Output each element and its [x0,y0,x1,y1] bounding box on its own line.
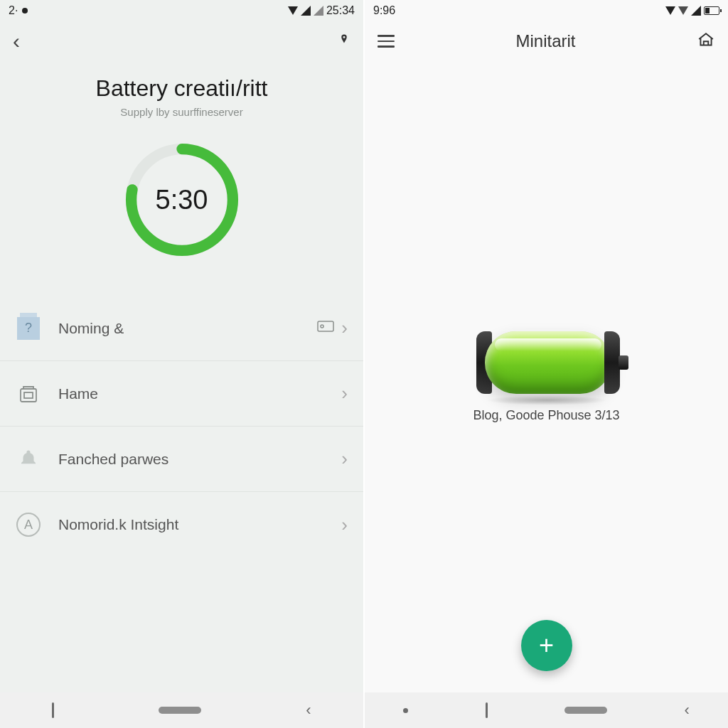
back-button[interactable]: ‹ [13,31,20,52]
add-fab-button[interactable]: + [521,620,572,671]
right-phone: 9:96 Minitarit Blog, [363,0,728,728]
header: Minitarit [365,21,728,61]
chevron-right-icon: › [341,448,348,470]
list-item[interactable]: Hame › [0,361,363,427]
list-item-label: Hame [58,385,341,402]
nav-recent-button[interactable] [403,708,408,713]
nav-home-button[interactable] [159,707,201,714]
page-title: Battery creatiı/ritt [0,75,363,102]
frame-icon [16,381,41,407]
list-item[interactable]: ? Noming & › [0,296,363,361]
plus-icon: + [539,631,554,660]
battery-illustration-area: Blog, Goode Phouse 3/13 [365,61,728,692]
list-item[interactable]: Fanched parwes › [0,427,363,492]
page-subtitle: Supply lby suurffineserver [0,106,363,118]
menu-list: ? Noming & › Hame › Fanched parwes › [0,296,363,557]
status-prefix: 2· [9,4,18,17]
status-dot-icon [22,8,28,14]
battery-icon [704,6,719,15]
letter-a-icon: A [16,513,41,537]
chevron-right-icon: › [341,317,348,339]
svg-point-3 [321,325,323,328]
cellular-icon [691,6,701,16]
card-icon [317,321,334,336]
page-title: Minitarit [515,31,575,51]
chevron-right-icon: › [341,514,348,536]
wifi-secondary-icon [678,6,688,15]
list-item[interactable]: A Nomorid.k Intsight › [0,492,363,557]
header: ‹ [0,21,363,61]
nav-back-button[interactable]: ‹ [684,701,689,719]
title-block: Battery creatiı/ritt Supply lby suurffin… [0,75,363,118]
status-bar: 9:96 [365,0,728,21]
status-time: 9:96 [373,4,395,17]
menu-button[interactable] [378,35,395,48]
bell-icon [16,446,41,472]
cellular-icon [301,6,311,16]
wifi-icon [665,6,675,15]
ring-value: 5:30 [122,139,242,260]
question-icon: ? [17,317,40,340]
nav-bar: ‹ [0,692,363,728]
status-time: 25:34 [326,4,355,17]
nav-extra-button[interactable] [486,702,488,718]
wifi-icon [288,6,298,15]
list-item-label: Noming & [58,320,317,337]
progress-ring: 5:30 [122,139,242,260]
nav-bar: ‹ [365,692,728,728]
chevron-right-icon: › [341,382,348,405]
svg-rect-5 [24,392,33,398]
battery-illustration [472,331,621,394]
status-bar: 2· 25:34 [0,0,363,21]
list-item-label: Nomorid.k Intsight [58,516,341,533]
cellular-secondary-icon [314,6,323,16]
svg-rect-4 [21,389,36,402]
left-phone: 2· 25:34 ‹ Battery creatiı/ritt Supply l… [0,0,363,728]
nav-back-button[interactable]: ‹ [306,701,311,719]
location-pin-icon[interactable] [338,33,350,49]
list-item-label: Fanched parwes [58,451,341,468]
home-icon[interactable] [697,31,715,52]
nav-recent-button[interactable] [52,702,54,718]
battery-caption: Blog, Goode Phouse 3/13 [473,408,619,423]
nav-home-button[interactable] [564,707,607,714]
